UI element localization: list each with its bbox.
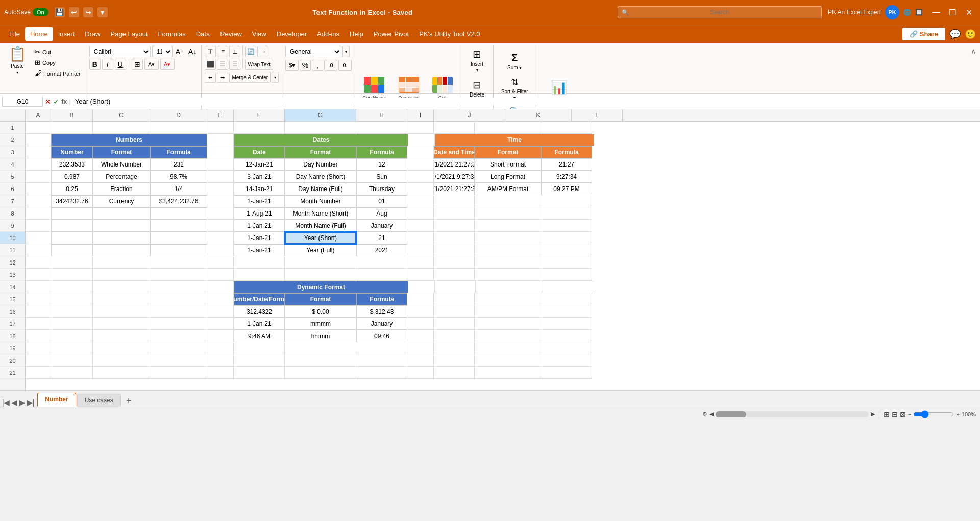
cell-i10[interactable] (407, 232, 434, 244)
cell-j3-datetime-hdr[interactable]: Date and Time (434, 146, 475, 158)
cell-k6[interactable]: AM/PM Format (475, 183, 541, 195)
cell-b3-number-hdr[interactable]: Number (51, 146, 93, 158)
cell-c3-format-hdr[interactable]: Format (93, 146, 150, 158)
decrease-font-size-button[interactable]: A↓ (187, 47, 198, 56)
cell-i4[interactable] (407, 158, 434, 171)
zoom-out-button[interactable]: − (908, 411, 911, 417)
cell-h6[interactable]: Thursday (356, 183, 407, 195)
row-num-13[interactable]: 13 (0, 269, 25, 281)
cell-b5[interactable]: 0.987 (51, 171, 93, 183)
cell-g5[interactable]: Day Name (Short) (285, 171, 356, 183)
col-header-h[interactable]: H (356, 109, 407, 121)
row-num-4[interactable]: 4 (0, 158, 25, 171)
cell-i6[interactable] (407, 183, 434, 195)
cell-f18[interactable]: 9:46 AM (234, 330, 285, 342)
row-num-15[interactable]: 15 (0, 293, 25, 305)
format-painter-button[interactable]: 🖌 Format Painter (33, 68, 83, 78)
menu-page-layout[interactable]: Page Layout (106, 27, 153, 41)
cell-i5[interactable] (407, 171, 434, 183)
cell-f2-dates-title[interactable]: Dates (234, 134, 408, 146)
cell-a3[interactable] (26, 146, 51, 158)
copy-button[interactable]: ⊞ Copy (33, 58, 83, 67)
chat-icon[interactable]: 💬 (949, 29, 961, 40)
row-num-14[interactable]: 14 (0, 281, 25, 293)
cell-reference-box[interactable] (2, 97, 43, 107)
cell-a9[interactable] (26, 220, 51, 232)
cell-k11[interactable] (475, 244, 541, 256)
align-top-button[interactable]: ⊤ (205, 46, 216, 57)
cell-e10[interactable] (207, 232, 234, 244)
cell-e4[interactable] (207, 158, 234, 171)
menu-file[interactable]: File (4, 27, 25, 41)
insert-button[interactable]: ⊞ Insert ▾ (464, 46, 490, 75)
align-middle-button[interactable]: ≡ (217, 46, 228, 57)
cell-j10[interactable] (434, 232, 475, 244)
col-header-j[interactable]: J (434, 109, 505, 121)
menu-formulas[interactable]: Formulas (153, 27, 191, 41)
paste-button[interactable]: 📋 Paste ▾ (5, 47, 30, 73)
cell-h16[interactable]: $ 312.43 (356, 305, 407, 318)
redo-icon[interactable]: ↪ (83, 7, 93, 17)
col-header-d[interactable]: D (150, 109, 207, 121)
row-num-20[interactable]: 20 (0, 354, 25, 367)
cell-g17[interactable]: mmmm (285, 318, 356, 330)
cell-i7[interactable] (407, 195, 434, 207)
sum-button[interactable]: Σ Sum ▾ (502, 50, 527, 73)
cell-e1[interactable] (207, 122, 234, 134)
cell-f9[interactable]: 1-Jan-21 (234, 220, 285, 232)
cell-h11[interactable]: 2021 (356, 244, 407, 256)
col-header-i[interactable]: I (407, 109, 434, 121)
menu-addins[interactable]: Add-ins (312, 27, 345, 41)
cell-g11[interactable]: Year (Full) (285, 244, 356, 256)
cell-d6[interactable]: 1/4 (150, 183, 207, 195)
cell-h4[interactable]: 12 (356, 158, 407, 171)
cell-e8[interactable] (207, 207, 234, 220)
cell-b2-numbers-title[interactable]: Numbers (51, 134, 207, 146)
cell-f8[interactable]: 1-Aug-21 (234, 207, 285, 220)
increase-font-size-button[interactable]: A↑ (174, 47, 185, 56)
cell-h8[interactable]: Aug (356, 207, 407, 220)
col-header-k[interactable]: K (505, 109, 572, 121)
indent-left-button[interactable]: ⬅ (205, 72, 216, 83)
cell-h15-dyn-hdr3[interactable]: Formula (356, 293, 407, 305)
cell-g18[interactable]: hh:mm (285, 330, 356, 342)
menu-draw[interactable]: Draw (80, 27, 105, 41)
cell-e7[interactable] (207, 195, 234, 207)
cell-d11[interactable] (150, 244, 207, 256)
cell-b9[interactable] (51, 220, 93, 232)
col-header-g[interactable]: G (285, 109, 356, 121)
cell-d9[interactable] (150, 220, 207, 232)
cell-g3-format-hdr[interactable]: Format (285, 146, 356, 158)
cell-h10[interactable]: 21 (356, 232, 407, 244)
minimize-button[interactable]: — (929, 5, 943, 19)
cell-f15-dyn-hdr1[interactable]: Number/Date/Format (234, 293, 285, 305)
cell-c8[interactable] (93, 207, 150, 220)
scrollbar-thumb[interactable] (716, 411, 746, 417)
cell-k8[interactable] (475, 207, 541, 220)
align-left-button[interactable]: ⬛ (205, 59, 216, 70)
sheet-nav-prev[interactable]: ◀ (12, 398, 17, 407)
cell-a2[interactable] (26, 134, 51, 146)
customize-icon[interactable]: ▾ (97, 7, 108, 17)
page-layout-view-button[interactable]: ⊟ (892, 410, 898, 418)
insert-function-icon[interactable]: fx (61, 98, 67, 106)
cell-c9[interactable] (93, 220, 150, 232)
cell-l11[interactable] (541, 244, 592, 256)
row-num-21[interactable]: 21 (0, 367, 25, 379)
menu-review[interactable]: Review (215, 27, 247, 41)
cell-h1[interactable] (356, 122, 407, 134)
share-button[interactable]: 🔗 Share (902, 28, 945, 40)
cell-j7[interactable] (434, 195, 475, 207)
cell-i8[interactable] (407, 207, 434, 220)
bold-button[interactable]: B (89, 59, 101, 70)
align-center-button[interactable]: ☰ (217, 59, 228, 70)
cell-i3[interactable] (407, 146, 434, 158)
cut-button[interactable]: ✂ Cut (33, 47, 83, 57)
menu-developer[interactable]: Developer (272, 27, 312, 41)
scroll-right-icon[interactable]: ▶ (871, 411, 875, 417)
cell-c11[interactable] (93, 244, 150, 256)
cell-a7[interactable] (26, 195, 51, 207)
cell-l4[interactable]: 21:27 (541, 158, 592, 171)
cell-g6[interactable]: Day Name (Full) (285, 183, 356, 195)
cell-d8[interactable] (150, 207, 207, 220)
